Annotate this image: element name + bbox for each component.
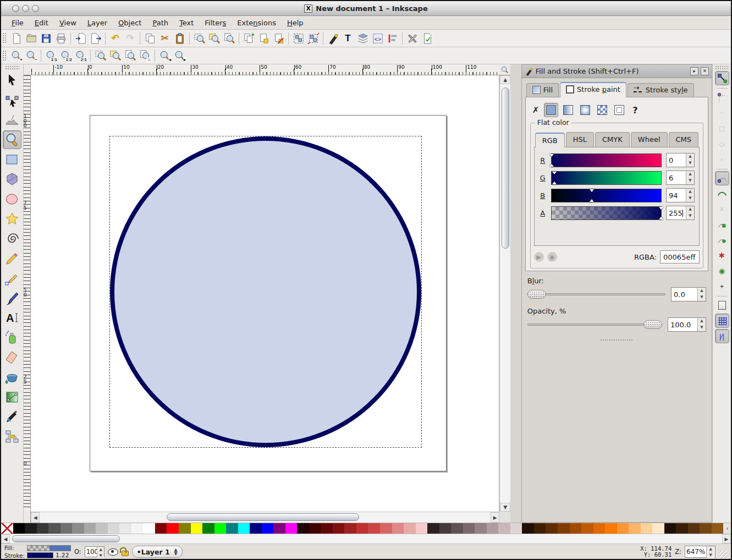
new-document-button[interactable] [9, 31, 24, 46]
fill-stroke-indicator[interactable]: Fill: Stroke: 1.22 [4, 545, 71, 559]
menu-edit[interactable]: Edit [30, 17, 53, 29]
zoom-spinbox[interactable]: 647% ▲▼ [685, 546, 716, 558]
palette-scroll-thumb[interactable] [12, 535, 120, 542]
palette-swatch[interactable] [226, 523, 238, 534]
tab-fill[interactable]: Fill [526, 83, 559, 97]
palette-swatch-none[interactable] [1, 523, 13, 534]
zoom-to-page-button[interactable] [222, 31, 236, 46]
r-slider[interactable] [551, 153, 662, 167]
stroke-swatch[interactable] [27, 552, 53, 558]
palette-swatch[interactable] [380, 523, 392, 534]
zoom-to-drawing-button[interactable] [207, 31, 222, 46]
palette-swatch[interactable] [688, 523, 700, 534]
palette-swatch[interactable] [214, 523, 227, 534]
circle-object[interactable] [110, 136, 421, 447]
ellipse-tool-button[interactable] [3, 190, 21, 208]
menu-path[interactable]: Path [147, 17, 173, 29]
palette-swatch[interactable] [108, 523, 120, 534]
document-properties-button[interactable] [420, 31, 434, 46]
palette-swatch[interactable] [191, 523, 203, 534]
palette-scroll-right[interactable]: ▶ [722, 534, 731, 543]
blur-slider[interactable] [527, 290, 665, 299]
layer-lock-icon[interactable] [122, 551, 129, 556]
layer-selector[interactable]: •Layer 1 ▲▼ [132, 546, 183, 558]
selector-tool-button[interactable] [3, 71, 21, 90]
spin-arrows[interactable]: ▲▼ [686, 153, 694, 167]
palette-swatch[interactable] [427, 523, 439, 534]
palette-swatch[interactable] [48, 523, 60, 534]
palette-swatch[interactable] [119, 523, 131, 534]
palette-prev-arrow[interactable]: ‹ [723, 523, 731, 534]
palette-scroll-left[interactable]: ◀ [1, 534, 10, 543]
layers-dialog-button[interactable] [355, 31, 370, 46]
tweak-tool-button[interactable] [3, 111, 21, 129]
open-document-button[interactable] [24, 31, 38, 46]
spiral-tool-button[interactable] [3, 229, 21, 248]
star-tool-button[interactable] [3, 210, 21, 228]
blur-slider-handle[interactable] [527, 290, 546, 299]
panel-close-button[interactable]: ✕ [701, 67, 709, 75]
zoom-1-1-button[interactable]: 1:1 [43, 48, 58, 63]
palette-swatch[interactable] [581, 523, 593, 534]
palette-swatch[interactable] [641, 523, 653, 534]
opacity-slider[interactable] [527, 320, 662, 329]
zoom-in-button[interactable]: + [9, 48, 24, 63]
fill-stroke-dialog-button[interactable] [326, 31, 340, 46]
import-button[interactable] [73, 31, 88, 46]
palette-swatch[interactable] [309, 523, 321, 534]
dropper-tool-button[interactable] [3, 408, 21, 426]
fill-swatch[interactable] [27, 545, 71, 551]
panel-resize-grip[interactable] [522, 337, 712, 343]
text-tool-button[interactable] [3, 309, 21, 327]
pattern-button[interactable] [595, 103, 609, 117]
palette-swatch[interactable] [664, 523, 676, 534]
color-tab-hsl[interactable]: HSL [566, 132, 594, 147]
zoom-previous-button[interactable]: ◂ [157, 48, 172, 63]
palette-swatch[interactable] [179, 523, 191, 534]
snap-rotation-center-button[interactable]: + [715, 279, 729, 293]
toolbox-grip[interactable] [5, 65, 19, 69]
palette-swatch[interactable] [344, 523, 356, 534]
snap-cusp-nodes-button[interactable] [715, 217, 729, 232]
zoom-page-width-button[interactable]: ↔ [137, 48, 152, 63]
palette-swatch[interactable] [676, 523, 688, 534]
palette-swatch[interactable] [96, 523, 108, 534]
radial-gradient-button[interactable] [578, 103, 592, 117]
menu-extensions[interactable]: Extensions [232, 17, 281, 29]
horizontal-ruler[interactable]: -100102030405060708090100110 [31, 64, 499, 75]
palette-swatch[interactable] [273, 523, 285, 534]
b-value-spinbox[interactable]: 94▲▼ [666, 188, 695, 202]
paste-button[interactable] [172, 31, 187, 46]
pen-tool-button[interactable] [3, 269, 21, 288]
snap-guides-button[interactable]: |∕| [715, 329, 729, 343]
palette-swatch[interactable] [451, 523, 463, 534]
palette-swatch[interactable] [593, 523, 606, 534]
snap-nodes-button[interactable] [715, 171, 729, 185]
pencil-tool-button[interactable] [3, 249, 21, 268]
copy-button[interactable] [142, 31, 157, 46]
palette-swatch[interactable] [605, 523, 617, 534]
menu-file[interactable]: File [7, 17, 29, 29]
snap-to-paths-button[interactable] [715, 186, 729, 201]
zoom-next-button[interactable]: ▸ [172, 48, 187, 63]
palette-swatch[interactable] [155, 523, 167, 534]
zoom-2-1-button[interactable]: 2:1 [73, 48, 88, 63]
vertical-ruler[interactable]: 1007550250 [24, 75, 31, 510]
a-slider[interactable] [551, 206, 662, 220]
cut-button[interactable]: ✂ [157, 31, 172, 46]
spin-arrows[interactable]: ▲▼ [686, 189, 694, 202]
canvas[interactable] [31, 75, 499, 512]
unknown-paint-button[interactable]: ? [632, 105, 637, 116]
preferences-button[interactable] [405, 31, 420, 46]
palette-swatch[interactable] [368, 523, 380, 534]
palette-swatch[interactable] [404, 523, 416, 534]
eraser-tool-button[interactable] [3, 348, 21, 367]
zoom-selection-button[interactable] [93, 48, 108, 63]
spin-arrows[interactable]: ▲▼ [686, 206, 694, 219]
palette-swatch[interactable] [84, 523, 96, 534]
snap-page-border-button[interactable] [715, 298, 729, 312]
zoom-out-button[interactable]: − [24, 48, 38, 63]
object-opacity-spinbox[interactable]: 100 ▲▼ [85, 546, 104, 557]
snap-smooth-nodes-button[interactable] [715, 233, 729, 247]
palette-swatch[interactable] [439, 523, 452, 534]
